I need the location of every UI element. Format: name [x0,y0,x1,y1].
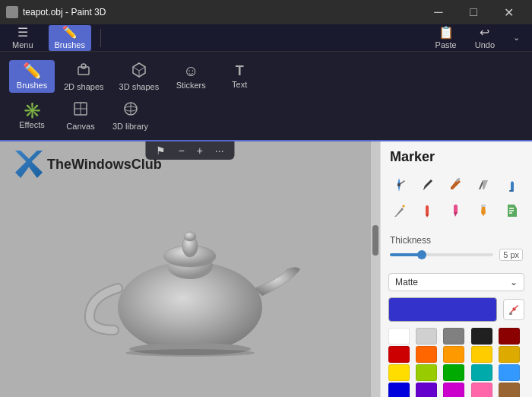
paste-label: Paste [435,40,457,49]
brush-tool-pencil[interactable] [387,198,411,223]
svg-rect-22 [509,313,512,315]
undo-button[interactable]: ↩ Undo [469,25,501,51]
menu-icon: ☰ [17,27,28,39]
brush-tool-calligraphy[interactable] [471,173,496,197]
vertical-scrollbar[interactable] [371,141,380,397]
minimize-button[interactable]: ─ [421,0,456,24]
submenu-2dshapes[interactable]: 2D shapes [58,58,110,94]
color-cell-13[interactable] [471,364,492,381]
svg-point-13 [184,232,196,241]
window-title: teapot.obj - Paint 3D [23,7,106,17]
color-cell-12[interactable] [443,364,464,381]
color-cell-6[interactable] [416,346,437,363]
3dshapes-label: 3D shapes [119,82,160,91]
eyedropper-icon [508,303,520,316]
titlebar-controls: ─ □ ✕ [421,0,526,24]
submenu-stickers[interactable]: ☺ Stickers [168,60,214,93]
paste-button[interactable]: 📋 Paste [429,25,463,51]
submenu-3dlibrary[interactable]: 3D library [106,97,154,134]
submenu-canvas[interactable]: Canvas [58,97,103,134]
color-cell-7[interactable] [443,346,464,363]
paste-icon: 📋 [439,27,454,39]
color-cell-15[interactable] [388,383,410,397]
brand-logo: TheWindowsClub [15,151,162,178]
color-cell-17[interactable] [443,383,464,397]
submenu-panel: ✏️ Brushes 2D shapes 3D shapes ☺ Sticker… [0,52,532,141]
color-cell-19[interactable] [499,383,520,397]
menu-label: Menu [12,40,33,49]
chevron-down-icon: ⌄ [513,33,520,43]
color-cell-11[interactable] [416,364,437,381]
brush-tool-crayon[interactable] [415,198,439,223]
brush-tool-paintbrush[interactable] [443,173,467,197]
brand-name: TheWindowsClub [47,157,162,173]
brushes-submenu-label: Brushes [17,81,47,90]
color-cell-18[interactable] [471,383,492,397]
teapot-svg [68,197,312,364]
color-cell-2[interactable] [443,328,464,345]
3dlibrary-icon [122,100,139,119]
eyedropper-button[interactable] [503,299,524,320]
thickness-label: Thickness [381,232,532,247]
panel-title: Marker [381,141,532,170]
undo-label: Undo [475,40,495,49]
color-cell-16[interactable] [416,383,437,397]
color-cell-10[interactable] [388,364,410,381]
submenu-text[interactable]: T Text [217,61,262,92]
menu-button[interactable]: ☰ Menu [6,25,40,51]
undo-icon: ↩ [480,27,489,39]
current-color-swatch[interactable] [388,297,497,322]
brushes-button[interactable]: ✏️ Brushes [49,25,91,51]
scrollbar-thumb[interactable] [372,225,378,256]
svg-point-1 [81,64,86,68]
titlebar: teapot.obj - Paint 3D ─ □ ✕ [0,0,532,24]
color-cell-9[interactable] [499,346,520,363]
submenu-3dshapes[interactable]: 3D shapes [113,58,166,94]
color-cell-4[interactable] [499,328,520,345]
color-preview-row [388,297,524,322]
close-button[interactable]: ✕ [491,0,526,24]
thickness-value: 5 px [499,249,523,261]
brush-tool-compass[interactable] [387,173,411,197]
brushes-icon: ✏️ [62,27,78,39]
color-cell-1[interactable] [416,328,437,345]
color-cell-14[interactable] [499,364,520,381]
more-button[interactable]: ⌄ [507,31,526,44]
submenu-brushes[interactable]: ✏️ Brushes [9,60,55,93]
thickness-row: 5 px [381,247,532,262]
svg-rect-19 [426,205,429,216]
svg-rect-18 [509,190,514,192]
maximize-button[interactable]: □ [456,0,491,24]
text-label: Text [232,80,247,89]
3dshapes-icon [131,61,147,80]
main-content: ⚑ − + ··· TheWindowsClub [0,141,532,397]
color-cell-8[interactable] [471,346,492,363]
material-label: Matte [395,277,418,287]
brush-tool-watercolor[interactable] [471,198,496,223]
brush-tool-fill[interactable] [499,198,524,223]
text-icon: T [236,64,244,78]
brush-tool-marker[interactable] [443,198,467,223]
ribbon: ☰ Menu ✏️ Brushes 📋 Paste ↩ Undo ⌄ [0,24,532,52]
brushes-label: Brushes [55,40,85,49]
submenu-row-1: ✏️ Brushes 2D shapes 3D shapes ☺ Sticker… [9,58,523,94]
canvas-area[interactable]: ⚑ − + ··· TheWindowsClub [0,141,380,397]
canvas-label: Canvas [66,122,94,131]
right-panel: Marker [380,141,532,397]
brush-tool-pen[interactable] [415,173,439,197]
color-cell-3[interactable] [471,328,492,345]
brushes-submenu-icon: ✏️ [23,63,42,78]
thickness-slider[interactable] [390,253,493,256]
brush-tool-oil[interactable] [499,173,524,197]
submenu-effects[interactable]: ✳️ Effects [9,100,55,132]
color-palette [388,328,524,397]
material-dropdown[interactable]: Matte ⌄ [388,273,524,291]
canvas-icon [72,100,89,119]
color-cell-5[interactable] [388,346,410,363]
app-icon [6,6,18,18]
color-cell-0[interactable] [388,328,410,345]
brush-tool-grid [381,170,532,226]
submenu-row-2: ✳️ Effects Canvas 3D library [9,97,523,134]
canvas-content: TheWindowsClub [0,141,380,397]
3dlibrary-label: 3D library [112,122,148,131]
